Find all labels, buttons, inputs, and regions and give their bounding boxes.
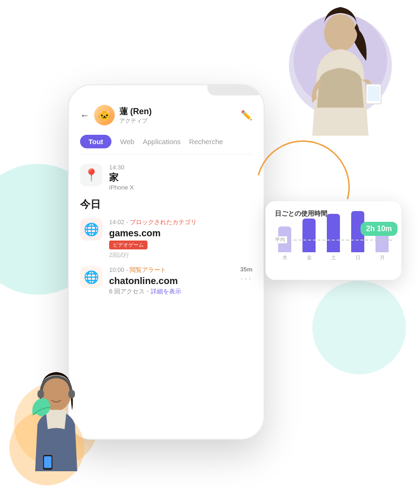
- games-title: games.com: [109, 227, 252, 239]
- svg-rect-5: [68, 390, 75, 398]
- bar-sun: 日: [348, 211, 368, 261]
- games-info: 14:02 - ブロックされたカテゴリ games.com ビデオゲーム 2回試…: [109, 218, 252, 259]
- chat-icon: 🌐: [80, 266, 103, 288]
- person-top-svg: [294, 5, 387, 136]
- chat-duration: 35m: [240, 266, 252, 273]
- games-time-prefix: 14:02 -: [109, 219, 130, 226]
- location-info: 14:30 家 iPhone X: [109, 164, 252, 191]
- avatar: 🐱: [94, 105, 115, 125]
- last-location-item: 📍 14:30 家 iPhone X: [80, 164, 252, 191]
- bar-mon-label: 月: [380, 254, 385, 261]
- bar-sun-label: 日: [355, 254, 361, 261]
- bar-fri-label: 金: [307, 254, 312, 261]
- games-attempts: 2回試行: [109, 251, 252, 259]
- tab-applications[interactable]: Applications: [143, 138, 181, 146]
- tab-web[interactable]: Web: [120, 138, 134, 146]
- games-time: 14:02 - ブロックされたカテゴリ: [109, 218, 252, 226]
- chat-time: 10:00 - 閲覧アラート: [109, 266, 234, 274]
- tab-tout[interactable]: Tout: [80, 135, 111, 148]
- tab-bar: Tout Web Applications Recherche: [80, 135, 252, 154]
- chart-avg-line: 平均: [275, 240, 392, 241]
- chat-time-prefix: 10:00 -: [109, 266, 130, 273]
- more-options-icon[interactable]: ···: [240, 273, 252, 284]
- location-subtitle: iPhone X: [109, 184, 252, 191]
- svg-point-0: [324, 14, 357, 51]
- bar-sat-bar: [327, 214, 340, 252]
- phone-notch: [207, 85, 264, 95]
- header-info: 蓮 (Ren) アクティブ: [119, 106, 152, 125]
- chat-alert-label: 閲覧アラート: [130, 266, 166, 273]
- bar-fri-bar: [302, 219, 316, 252]
- chat-title: chatonline.com: [109, 275, 234, 286]
- bar-thu-label: 木: [282, 254, 287, 261]
- bar-sat-label: 土: [331, 254, 336, 261]
- user-status: アクティブ: [119, 117, 152, 125]
- games-blocked-label: ブロックされたカテゴリ: [130, 219, 197, 226]
- leaf-icon: [28, 394, 54, 420]
- bar-thu: 木: [275, 226, 295, 261]
- tab-recherche[interactable]: Recherche: [189, 138, 223, 146]
- location-title: 家: [109, 172, 252, 183]
- person-bottom-illustration: [9, 364, 103, 485]
- svg-rect-2: [368, 86, 380, 101]
- chat-info: 10:00 - 閲覧アラート chatonline.com 6 回アクセス・詳細…: [109, 266, 234, 296]
- location-time: 14:30: [109, 164, 252, 171]
- chart-card: 日ごとの使用時間 平均 木 金 土 日: [265, 201, 401, 280]
- chat-detail-link[interactable]: 詳細を表示: [151, 288, 181, 295]
- games-category-badge: ビデオゲーム: [109, 241, 147, 249]
- activity-games[interactable]: 🌐 14:02 - ブロックされたカテゴリ games.com ビデオゲーム 2…: [80, 218, 252, 259]
- time-badge: 2h 10m: [361, 222, 398, 236]
- back-arrow-icon[interactable]: ←: [80, 110, 89, 121]
- chart-avg-label: 平均: [275, 236, 287, 243]
- activity-chat[interactable]: 🌐 10:00 - 閲覧アラート chatonline.com 6 回アクセス・…: [80, 266, 252, 296]
- section-today: 今日: [80, 197, 252, 212]
- location-icon: 📍: [80, 164, 103, 186]
- bg-circle-teal2: [312, 281, 406, 374]
- games-icon: 🌐: [80, 218, 103, 241]
- person-bottom-svg: [9, 368, 103, 485]
- edit-icon[interactable]: ✏️: [241, 110, 252, 121]
- phone-header: ← 🐱 蓮 (Ren) アクティブ ✏️: [80, 101, 252, 125]
- person-top-illustration: [289, 5, 392, 145]
- chat-access: 6 回アクセス・詳細を表示: [109, 287, 234, 296]
- header-left: ← 🐱 蓮 (Ren) アクティブ: [80, 105, 152, 125]
- svg-rect-7: [44, 456, 52, 468]
- user-name: 蓮 (Ren): [119, 106, 152, 117]
- chat-right: 35m ···: [240, 266, 252, 284]
- bar-sat: 土: [324, 214, 343, 261]
